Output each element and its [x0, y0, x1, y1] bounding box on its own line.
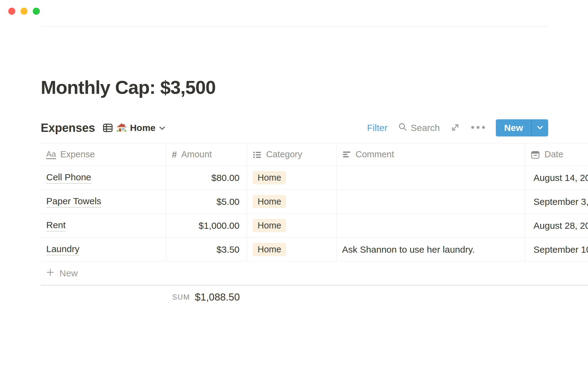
category-tag[interactable]: Home: [253, 219, 286, 232]
category-cell[interactable]: Home: [247, 190, 337, 213]
text-property-icon: Aa: [46, 150, 56, 159]
view-header: Expenses: [41, 121, 166, 135]
filter-button[interactable]: Filter: [367, 123, 388, 133]
select-list-icon: [253, 150, 262, 159]
amount-cell[interactable]: $3.50: [166, 238, 247, 261]
calendar-icon: [530, 150, 540, 159]
page-title[interactable]: Monthly Cap: $3,500: [41, 77, 216, 98]
column-header-expense[interactable]: Aa Expense: [41, 143, 166, 166]
category-cell[interactable]: Home: [247, 166, 337, 190]
date-cell[interactable]: August 14, 201: [525, 166, 588, 190]
magnifier-icon: [398, 122, 407, 134]
column-header-comment[interactable]: Comment: [337, 143, 525, 166]
database-title[interactable]: Expenses: [41, 121, 95, 135]
table-row: Rent $1,000.00 Home August 28, 20: [41, 214, 588, 238]
expense-cell[interactable]: Cell Phone: [41, 166, 166, 190]
table-row: Paper Towels $5.00 Home September 3, 2: [41, 190, 588, 214]
search-label: Search: [411, 123, 440, 133]
column-header-date[interactable]: Date: [525, 143, 588, 166]
expense-title-link[interactable]: Paper Towels: [46, 196, 101, 208]
category-tag[interactable]: Home: [253, 195, 286, 208]
minimize-window-button[interactable]: [21, 8, 28, 15]
date-cell[interactable]: September 10,: [525, 238, 588, 261]
column-header-amount[interactable]: # Amount: [166, 143, 247, 166]
column-label: Date: [545, 149, 563, 159]
category-cell[interactable]: Home: [247, 214, 337, 237]
expense-title-link[interactable]: Rent: [46, 220, 66, 232]
plus-icon: [46, 268, 55, 279]
amount-cell[interactable]: $5.00: [166, 190, 247, 213]
column-label: Expense: [60, 149, 95, 159]
text-align-left-icon: [342, 150, 351, 159]
toolbar-controls: Filter Search: [367, 119, 548, 136]
window-controls: [8, 8, 40, 15]
zoom-window-button[interactable]: [33, 8, 40, 15]
expenses-table: Aa Expense # Amount Category: [41, 143, 588, 309]
house-emoji-icon: [116, 123, 127, 133]
date-cell[interactable]: August 28, 20: [525, 214, 588, 237]
ellipsis-icon: [471, 125, 485, 131]
table-row: Laundry $3.50 Home Ask Shannon to use he…: [41, 238, 588, 262]
comment-cell[interactable]: Ask Shannon to use her laundry.: [337, 238, 525, 261]
column-label: Category: [266, 149, 302, 159]
more-options-button[interactable]: [471, 125, 485, 131]
expense-cell[interactable]: Paper Towels: [41, 190, 166, 213]
search-button[interactable]: Search: [398, 122, 440, 134]
category-tag[interactable]: Home: [253, 243, 286, 256]
expense-title-link[interactable]: Cell Phone: [46, 172, 91, 184]
database-toolbar: Expenses: [41, 119, 548, 137]
expense-cell[interactable]: Laundry: [41, 238, 166, 261]
view-switcher-dropdown[interactable]: Home: [102, 122, 165, 133]
header-divider: [41, 26, 548, 27]
table-view-icon: [102, 122, 113, 133]
aggregate-row: SUM $1,088.50: [41, 286, 588, 309]
date-cell[interactable]: September 3, 2: [525, 190, 588, 213]
number-property-icon: #: [172, 150, 177, 159]
table-header-row: Aa Expense # Amount Category: [41, 143, 588, 166]
amount-cell[interactable]: $80.00: [166, 166, 247, 190]
new-button-group: New: [496, 119, 548, 136]
add-new-row-button[interactable]: New: [41, 262, 588, 286]
close-window-button[interactable]: [8, 8, 15, 15]
view-name-label: Home: [130, 123, 155, 133]
sum-aggregate-button[interactable]: SUM $1,088.50: [41, 286, 240, 309]
new-row-label: New: [59, 268, 78, 278]
category-tag[interactable]: Home: [253, 171, 286, 184]
expand-view-button[interactable]: [450, 122, 460, 134]
comment-cell[interactable]: [337, 214, 525, 237]
column-label: Comment: [356, 149, 394, 159]
table-row: Cell Phone $80.00 Home August 14, 201: [41, 166, 588, 190]
chevron-down-icon: [159, 125, 166, 132]
sum-value: $1,088.50: [195, 291, 240, 303]
comment-cell[interactable]: [337, 166, 525, 190]
new-button[interactable]: New: [496, 119, 531, 136]
sum-label: SUM: [172, 293, 190, 301]
category-cell[interactable]: Home: [247, 238, 337, 261]
column-label: Amount: [181, 149, 212, 159]
amount-cell[interactable]: $1,000.00: [166, 214, 247, 237]
expense-title-link[interactable]: Laundry: [46, 244, 79, 255]
chevron-down-icon: [536, 124, 544, 132]
column-header-category[interactable]: Category: [247, 143, 337, 166]
expense-cell[interactable]: Rent: [41, 214, 166, 237]
diagonal-expand-arrows-icon: [450, 122, 460, 134]
new-dropdown-button[interactable]: [532, 119, 548, 136]
comment-cell[interactable]: [337, 190, 525, 213]
